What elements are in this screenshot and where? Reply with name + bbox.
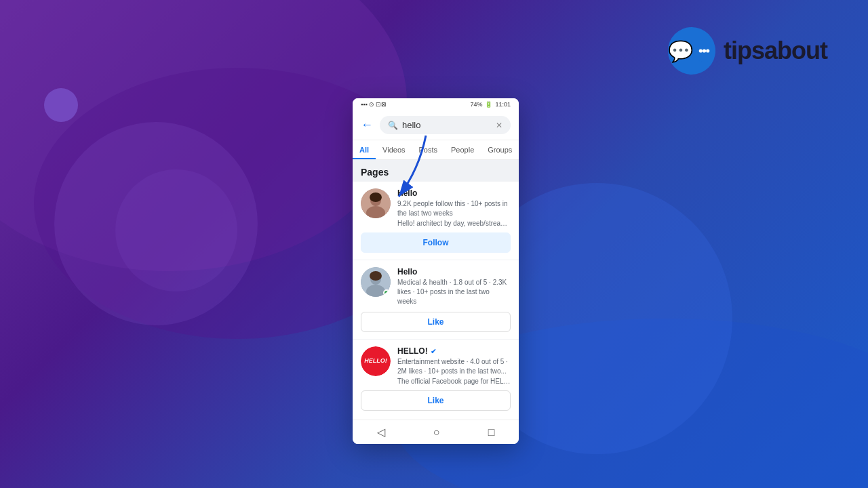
page-meta-hello-magazine: Entertainment website · 4.0 out of 5 · 2…: [397, 357, 511, 376]
battery-icon: 🔋: [485, 101, 492, 108]
pages-section-header: Pages: [353, 160, 519, 182]
svg-point-11: [370, 271, 382, 281]
hello-magazine-logo-text: HELLO!: [364, 358, 387, 365]
svg-point-2: [706, 49, 709, 52]
svg-point-7: [370, 192, 382, 202]
search-input[interactable]: hello: [402, 120, 492, 130]
verified-badge-icon: ✔: [431, 348, 436, 355]
person-avatar-1: [361, 188, 391, 218]
page-details-hello-magazine: HELLO! ✔ Entertainment website · 4.0 out…: [397, 346, 511, 385]
tipsabout-logo: tipsabout: [668, 27, 827, 75]
page-name-hello-1: Hello: [397, 188, 511, 198]
time-display: 11:01: [495, 101, 511, 108]
page-avatar-hello-magazine: HELLO!: [361, 346, 391, 376]
tab-groups[interactable]: Groups: [481, 140, 519, 159]
online-indicator: [383, 289, 390, 296]
status-left: ▪▪▪ ⊙ ⊡⊠: [361, 101, 387, 108]
search-results-content: Pages Hel: [353, 160, 519, 418]
tab-all[interactable]: All: [353, 140, 376, 159]
page-desc-hello-magazine: The official Facebook page for HELLO! ma…: [397, 378, 511, 385]
battery-level: 74%: [470, 101, 482, 108]
tab-posts[interactable]: Posts: [412, 140, 445, 159]
page-card-hello-1: Hello 9.2K people follow this · 10+ post…: [353, 182, 519, 260]
search-icon: 🔍: [388, 121, 398, 130]
nav-back-button[interactable]: ◁: [377, 426, 385, 439]
nav-home-button[interactable]: ○: [433, 426, 440, 439]
like-button-hello-magazine[interactable]: Like: [361, 390, 511, 411]
android-bottom-nav: ◁ ○ □: [353, 420, 519, 444]
page-card-hello-magazine: HELLO! HELLO! ✔ Entertainment website · …: [353, 340, 519, 418]
avatar-image-hello-1: [361, 188, 391, 218]
signal-icon: ▪▪▪: [361, 101, 368, 108]
page-name-hello-magazine: HELLO! ✔: [397, 346, 511, 356]
wifi-icon: ⊙: [369, 101, 374, 108]
page-info-hello-1: Hello 9.2K people follow this · 10+ post…: [361, 188, 511, 227]
page-avatar-hello-2: [361, 267, 391, 297]
page-avatar-hello-1: [361, 188, 391, 218]
status-icons: ⊡⊠: [376, 101, 387, 108]
page-details-hello-2: Hello Medical & health · 1.8 out of 5 · …: [397, 267, 511, 306]
tab-people[interactable]: People: [444, 140, 481, 159]
status-right: 74% 🔋 11:01: [470, 101, 511, 108]
page-card-hello-2: Hello Medical & health · 1.8 out of 5 · …: [353, 260, 519, 339]
search-bar: ← 🔍 hello ✕: [353, 110, 519, 140]
page-meta-hello-1: 9.2K people follow this · 10+ posts in t…: [397, 199, 511, 218]
logo-icon: [668, 27, 715, 75]
filter-tabs: All Videos Posts People Groups Eve...: [353, 140, 519, 160]
svg-point-3: [703, 49, 706, 52]
logo-text: tipsabout: [724, 37, 827, 65]
svg-point-1: [699, 49, 703, 52]
follow-button-hello-1[interactable]: Follow: [361, 232, 511, 253]
circle-small-decoration: [44, 88, 78, 122]
page-info-hello-magazine: HELLO! HELLO! ✔ Entertainment website · …: [361, 346, 511, 385]
nav-recents-button[interactable]: □: [488, 426, 495, 439]
back-button[interactable]: ←: [361, 118, 373, 132]
chat-icon: [693, 38, 715, 64]
circle-medium-decoration: [115, 169, 237, 291]
page-meta-hello-2: Medical & health · 1.8 out of 5 · 2.3K l…: [397, 278, 511, 306]
page-name-hello-2: Hello: [397, 267, 511, 277]
like-button-hello-2[interactable]: Like: [361, 312, 511, 332]
page-details-hello-1: Hello 9.2K people follow this · 10+ post…: [397, 188, 511, 227]
phone-mockup: ▪▪▪ ⊙ ⊡⊠ 74% 🔋 11:01 ← 🔍 hello ✕ All Vid…: [353, 98, 519, 444]
avatar-image-hello-magazine: HELLO!: [361, 346, 391, 376]
page-info-hello-2: Hello Medical & health · 1.8 out of 5 · …: [361, 267, 511, 306]
search-input-wrapper[interactable]: 🔍 hello ✕: [380, 116, 511, 134]
tab-videos[interactable]: Videos: [376, 140, 412, 159]
status-bar: ▪▪▪ ⊙ ⊡⊠ 74% 🔋 11:01: [353, 98, 519, 110]
clear-search-button[interactable]: ✕: [496, 121, 502, 130]
page-desc-hello-1: Hello! architect by day, weeb/streamer/c…: [397, 220, 511, 227]
